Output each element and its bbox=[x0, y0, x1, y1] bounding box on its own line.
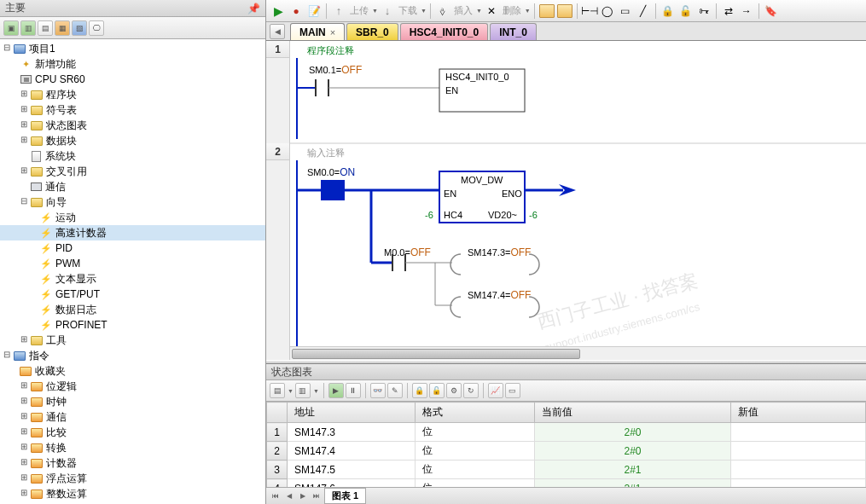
cell-fmt[interactable]: 位 bbox=[416, 423, 535, 442]
st-edit-button[interactable]: ✎ bbox=[387, 383, 403, 398]
expand-icon[interactable]: ⊟ bbox=[2, 350, 12, 361]
sheet-last-button[interactable]: ⏭ bbox=[311, 490, 323, 502]
st-btn-1[interactable]: ▤ bbox=[270, 383, 285, 398]
tb-coil-button[interactable]: ◯ bbox=[599, 3, 616, 20]
node-profinet[interactable]: PROFINET bbox=[55, 319, 108, 331]
node-compare[interactable]: 比较 bbox=[46, 426, 67, 440]
stop-button[interactable]: ● bbox=[288, 3, 305, 20]
node-program-block[interactable]: 程序块 bbox=[46, 88, 77, 102]
tab-int[interactable]: INT_0 bbox=[490, 23, 537, 40]
node-status-chart[interactable]: 状态图表 bbox=[46, 119, 87, 133]
node-favorites[interactable]: 收藏夹 bbox=[35, 364, 66, 379]
node-hsc[interactable]: 高速计数器 bbox=[55, 226, 107, 240]
cell-val[interactable]: 2#1 bbox=[535, 461, 731, 479]
st-unlock-button[interactable]: 🔓 bbox=[429, 383, 445, 398]
tab-sbr[interactable]: SBR_0 bbox=[346, 23, 398, 40]
cell-addr[interactable]: SM147.5 bbox=[288, 461, 416, 479]
node-convert[interactable]: 转换 bbox=[46, 441, 67, 455]
nav1-button[interactable]: ⇄ bbox=[720, 3, 737, 20]
cell-val[interactable]: 2#1 bbox=[535, 479, 731, 488]
expand-icon[interactable]: ⊞ bbox=[19, 397, 29, 407]
chart2-button[interactable] bbox=[556, 3, 573, 20]
node-clock[interactable]: 时钟 bbox=[46, 395, 67, 409]
node-instructions[interactable]: 指令 bbox=[29, 349, 49, 363]
node-motion[interactable]: 运动 bbox=[55, 211, 76, 225]
h-scrollbar[interactable] bbox=[290, 346, 866, 360]
expand-icon[interactable]: ⊞ bbox=[19, 443, 29, 453]
nav-next-button[interactable]: → bbox=[738, 3, 755, 20]
cell-new[interactable] bbox=[731, 461, 866, 479]
sheet-prev-button[interactable]: ◀ bbox=[283, 490, 295, 502]
node-comm[interactable]: 通信 bbox=[45, 180, 66, 194]
st-btn-9[interactable]: ⚙ bbox=[446, 383, 462, 398]
tb-line-button[interactable]: ╱ bbox=[635, 3, 652, 20]
chart-button[interactable] bbox=[538, 3, 555, 20]
cell-addr[interactable]: SM147.3 bbox=[288, 423, 416, 442]
tb-box-button[interactable]: ▭ bbox=[617, 3, 634, 20]
expand-icon[interactable]: ⊞ bbox=[19, 90, 29, 100]
node-new-feature[interactable]: 新增功能 bbox=[35, 57, 76, 72]
table-row[interactable]: 4 SM147.6 位 2#1 bbox=[267, 479, 866, 488]
node-text-display[interactable]: 文本显示 bbox=[55, 272, 96, 287]
tree-btn-5[interactable]: ▧ bbox=[72, 20, 87, 36]
upload-button[interactable]: ↑ bbox=[330, 3, 347, 20]
node-pid[interactable]: PID bbox=[55, 242, 73, 254]
expand-icon[interactable]: ⊞ bbox=[19, 473, 29, 484]
tab-main[interactable]: MAIN× bbox=[290, 23, 345, 40]
expand-icon[interactable]: ⊟ bbox=[19, 197, 29, 207]
node-float-math[interactable]: 浮点运算 bbox=[46, 472, 87, 486]
status-table[interactable]: 地址 格式 当前值 新值 1 SM147.3 位 2#0 2 SM147.4 位… bbox=[266, 402, 866, 487]
expand-icon[interactable]: ⊞ bbox=[19, 458, 29, 468]
cell-fmt[interactable]: 位 bbox=[416, 479, 535, 488]
cell-val[interactable]: 2#0 bbox=[535, 442, 731, 461]
node-datalog[interactable]: 数据日志 bbox=[55, 303, 96, 317]
node-wizard[interactable]: 向导 bbox=[46, 195, 67, 210]
node-system-block[interactable]: 系统块 bbox=[45, 149, 76, 164]
st-pause-button[interactable]: ⏸ bbox=[346, 383, 361, 398]
expand-icon[interactable]: ⊞ bbox=[19, 120, 29, 130]
table-row[interactable]: 2 SM147.4 位 2#0 bbox=[267, 442, 866, 461]
node-symbol-table[interactable]: 符号表 bbox=[46, 103, 77, 118]
tb-contact-button[interactable]: ⊢⊣ bbox=[581, 3, 598, 20]
node-data-block[interactable]: 数据块 bbox=[46, 134, 77, 148]
st-play-button[interactable]: ▶ bbox=[328, 383, 344, 398]
sheet-next-button[interactable]: ▶ bbox=[297, 490, 309, 502]
compile-button[interactable]: 📝 bbox=[305, 3, 323, 20]
col-current[interactable]: 当前值 bbox=[535, 403, 731, 423]
scroll-thumb[interactable] bbox=[292, 349, 580, 359]
bookmark-button[interactable]: 🔖 bbox=[763, 3, 780, 20]
cell-addr[interactable]: SM147.6 bbox=[288, 479, 416, 488]
node-bit-logic[interactable]: 位逻辑 bbox=[46, 379, 77, 394]
rung-number[interactable]: 2 bbox=[266, 143, 289, 160]
tree-btn-2[interactable]: ▥ bbox=[20, 20, 36, 36]
node-counter[interactable]: 计数器 bbox=[46, 456, 77, 471]
lock-button[interactable]: 🔒 bbox=[660, 3, 677, 20]
tree-btn-1[interactable]: ▣ bbox=[3, 20, 19, 36]
sheet-tab[interactable]: 图表 1 bbox=[324, 488, 366, 504]
ladder-canvas[interactable]: 西门子工业 · 找答案support.industry.siemens.com/… bbox=[290, 41, 866, 360]
st-btn-10[interactable]: ↻ bbox=[463, 383, 479, 398]
node-pwm[interactable]: PWM bbox=[55, 258, 80, 269]
col-new[interactable]: 新值 bbox=[731, 403, 866, 423]
sheet-first-button[interactable]: ⏮ bbox=[270, 490, 282, 502]
node-cross-ref[interactable]: 交叉引用 bbox=[46, 165, 87, 179]
node-project[interactable]: 项目1 bbox=[29, 42, 55, 56]
st-lock-button[interactable]: 🔒 bbox=[412, 383, 427, 398]
expand-icon[interactable]: ⊞ bbox=[19, 166, 29, 177]
cell-new[interactable] bbox=[731, 442, 866, 461]
node-comm2[interactable]: 通信 bbox=[46, 410, 67, 425]
col-format[interactable]: 格式 bbox=[416, 403, 535, 423]
expand-icon[interactable]: ⊞ bbox=[19, 412, 29, 422]
st-btn-2[interactable]: ▥ bbox=[295, 383, 311, 398]
tree-btn-6[interactable]: 🖵 bbox=[89, 20, 104, 36]
expand-icon[interactable]: ⊞ bbox=[19, 489, 29, 499]
tab-hsc-init[interactable]: HSC4_INIT0_0 bbox=[400, 23, 488, 40]
st-trend-button[interactable]: 📈 bbox=[488, 383, 503, 398]
project-tree[interactable]: ⊟项目1 ✦新增功能 CPU SR60 ⊞程序块 ⊞符号表 ⊞状态图表 ⊞数据块… bbox=[0, 39, 265, 504]
col-addr[interactable]: 地址 bbox=[288, 403, 416, 423]
expand-icon[interactable]: ⊞ bbox=[19, 381, 29, 391]
delete-button[interactable]: ✕ bbox=[483, 3, 500, 20]
expand-icon[interactable]: ⊞ bbox=[19, 335, 29, 345]
expand-icon[interactable]: ⊟ bbox=[2, 43, 12, 54]
tab-prev-button[interactable]: ◀ bbox=[270, 24, 285, 39]
